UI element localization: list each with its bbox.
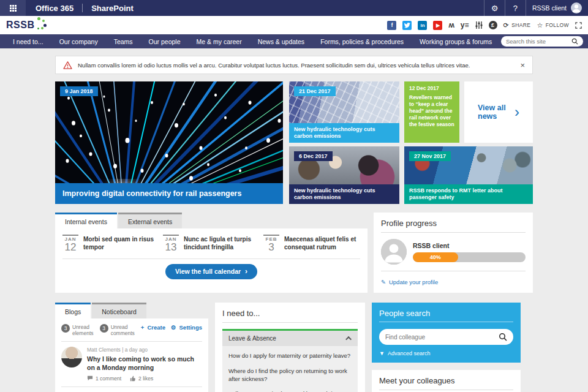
view-full-calendar-button[interactable]: View the full calendar›	[165, 264, 257, 279]
news-title: Revellers warned to “keep a clear head” …	[409, 94, 454, 128]
office365-link[interactable]: Office 365	[36, 4, 74, 13]
profile-user-name: RSSB client	[413, 242, 526, 249]
site-search[interactable]	[501, 36, 583, 47]
divider	[61, 341, 202, 342]
news-date-badge: 6 Dec 2017	[294, 151, 333, 161]
accordion-header[interactable]: Leave & Absence	[222, 331, 358, 346]
i-need-to-card: I need to... Leave & Absence How do I ap…	[215, 303, 365, 392]
chevron-up-icon	[345, 336, 352, 342]
blog-post[interactable]: Matt Clements | a day ago Why I like com…	[61, 347, 202, 381]
meet-colleagues-title: Meet your colleagues	[379, 376, 513, 390]
avatar	[571, 2, 582, 13]
nav-teams[interactable]: Teams	[106, 34, 141, 48]
tab-internal-events[interactable]: Internal events	[55, 213, 117, 228]
rssb-logo[interactable]: RSSB	[6, 20, 48, 31]
news-tile-hydraulic-1[interactable]: 21 Dec 2017 New hydraulic technology cut…	[289, 81, 399, 143]
facebook-icon[interactable]: f	[387, 21, 396, 30]
event-item[interactable]: FEB3 Maecenas aliquet felis et consequat…	[263, 235, 360, 253]
news-tile-revellers[interactable]: 12 Dec 2017 Revellers warned to “keep a …	[404, 81, 459, 143]
unread-elements-count: 3	[61, 324, 70, 333]
create-button[interactable]: +Create	[141, 324, 165, 331]
coin-icon[interactable]: £	[489, 21, 497, 29]
accordion-label: Leave & Absence	[228, 335, 276, 342]
yammer-icon[interactable]: y≡	[461, 21, 469, 30]
close-icon[interactable]: ×	[520, 61, 525, 70]
site-header: RSSB f in ▶ ʍ y≡ £ ⟳SHARE ☆FOLLOW	[0, 16, 588, 34]
search-icon	[499, 333, 507, 341]
news-date-badge: 21 Dec 2017	[294, 86, 336, 96]
news-title: Improving digital connectivity for rail …	[55, 183, 283, 204]
news-title: RSSB responds to RMT letter about passen…	[404, 184, 533, 205]
nav-our-people[interactable]: Our people	[141, 34, 189, 48]
sliders-icon[interactable]	[475, 21, 483, 30]
blogs-section: Blogs Noticeboard 3 Unread elements 3 Un…	[55, 303, 208, 392]
account-menu[interactable]: RSSB client	[526, 0, 588, 16]
nav-forms-policies[interactable]: Forms, policies & procedures	[312, 34, 412, 48]
gear-icon: ⚙	[491, 4, 499, 13]
news-date: 12 Dec 2017	[409, 85, 454, 91]
nav-working-groups[interactable]: Working groups & forums	[412, 34, 500, 48]
youtube-icon[interactable]: ▶	[433, 21, 442, 30]
help-button[interactable]: ?	[505, 0, 526, 16]
likes-count[interactable]: 2 likes	[130, 375, 153, 382]
thumbs-up-icon	[130, 375, 136, 382]
faq-link[interactable]: How do I apply for maternity or paternit…	[228, 352, 352, 360]
nav-our-company[interactable]: Our company	[51, 34, 106, 48]
meet-colleagues-card: Meet your colleagues Tom Deacon	[372, 370, 521, 392]
event-item[interactable]: JAN12 Morbi sed quam in risus tempor	[62, 235, 159, 253]
settings-button[interactable]: ⚙Settings	[171, 324, 202, 331]
page: Office 365 SharePoint ⚙ ? RSSB client RS…	[0, 0, 588, 392]
tab-external-events[interactable]: External events	[118, 213, 182, 228]
sync-icon: ⟳	[503, 21, 510, 29]
avatar	[61, 347, 82, 368]
advanced-search-link[interactable]: ▼ Advanced search	[379, 350, 513, 356]
hero-news-tile[interactable]: 9 Jan 2018 Improving digital connectivit…	[55, 81, 283, 204]
faq-link[interactable]: Where do I find the policy on returning …	[228, 368, 352, 383]
tab-blogs[interactable]: Blogs	[55, 303, 91, 318]
site-search-input[interactable]	[506, 38, 569, 45]
sharepoint-link[interactable]: SharePoint	[91, 4, 134, 13]
main-navigation: I need to... Our company Teams Our peopl…	[0, 34, 588, 48]
post-title: Why I like coming to work so much on a M…	[87, 355, 202, 372]
unread-comments-count: 3	[100, 324, 108, 333]
news-tiles: 21 Dec 2017 New hydraulic technology cut…	[289, 81, 533, 204]
nav-news-updates[interactable]: News & updates	[250, 34, 312, 48]
event-day: 12	[62, 242, 78, 253]
comment-icon	[87, 375, 93, 381]
filter-icon: ▼	[379, 350, 385, 356]
news-title: New hydraulic technology cuts carbon emi…	[289, 123, 399, 143]
alert-banner: Nullam convallis lorem id odio luctus mo…	[55, 56, 533, 74]
settings-button[interactable]: ⚙	[484, 0, 505, 16]
news-tile-rmt[interactable]: 27 Nov 2017 RSSB responds to RMT letter …	[404, 146, 533, 204]
news-tile-hydraulic-2[interactable]: 6 Dec 2017 New hydraulic technology cuts…	[289, 146, 399, 204]
view-all-news-button[interactable]: View all news ›	[464, 81, 533, 143]
find-colleague-input[interactable]	[385, 334, 495, 341]
events-section: Internal events External events JAN12 Mo…	[55, 213, 368, 293]
nav-i-need-to[interactable]: I need to...	[5, 34, 51, 48]
twitter-icon[interactable]	[402, 21, 412, 30]
comments-count[interactable]: 1 comment	[87, 375, 121, 382]
share-button[interactable]: ⟳SHARE	[503, 21, 531, 29]
news-title: New hydraulic technology cuts carbon emi…	[289, 184, 399, 205]
waffle-icon	[10, 5, 17, 12]
unread-comments-badge: 3 Unread comments	[100, 324, 135, 336]
alert-text: Nullam convallis lorem id odio luctus mo…	[78, 62, 470, 69]
linkedin-icon[interactable]: in	[418, 21, 427, 30]
app-launcher-button[interactable]	[0, 0, 26, 16]
follow-button[interactable]: ☆FOLLOW	[537, 21, 569, 29]
nav-me-my-career[interactable]: Me & my career	[189, 34, 250, 48]
star-icon: ☆	[537, 21, 543, 29]
focus-mode-button[interactable]	[575, 22, 582, 29]
view-all-news-label: View all news	[478, 104, 510, 121]
gear-icon: ⚙	[171, 324, 176, 331]
profile-progress-card: Profile progress RSSB client 40%	[374, 213, 533, 293]
medium-icon[interactable]: ʍ	[448, 21, 454, 30]
news-section: 9 Jan 2018 Improving digital connectivit…	[55, 81, 533, 204]
event-item[interactable]: JAN13 Nunc ac ligula et turpis tincidunt…	[163, 235, 260, 253]
news-date-badge: 27 Nov 2017	[409, 151, 451, 161]
warning-icon	[63, 61, 72, 69]
update-profile-link[interactable]: ✎Update your profile	[381, 279, 438, 285]
event-title: Morbi sed quam in risus tempor	[83, 235, 159, 251]
people-search-box[interactable]	[379, 329, 513, 345]
tab-noticeboard[interactable]: Noticeboard	[92, 303, 146, 318]
